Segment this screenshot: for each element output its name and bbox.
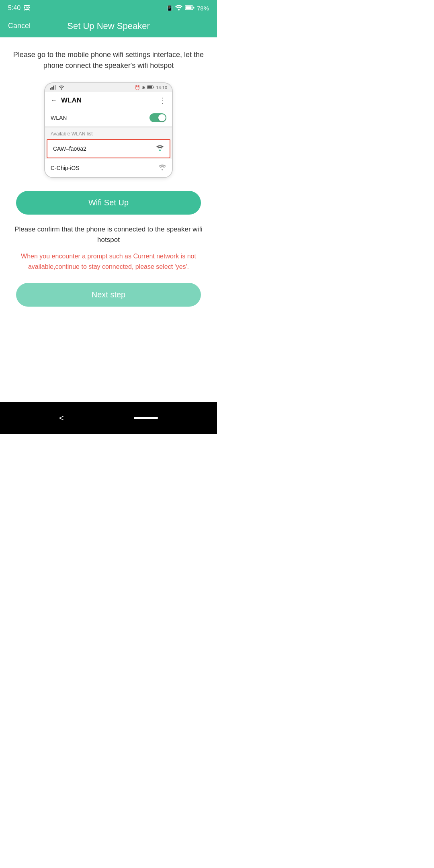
wlan-title: WLAN <box>61 96 82 104</box>
svg-rect-10 <box>147 86 152 88</box>
page-title: Set Up New Speaker <box>67 21 149 31</box>
phone-battery-icon <box>147 85 154 90</box>
status-bar: 5:40 🖼 📳 78% <box>0 0 217 16</box>
wlan-header: ← WLAN ⋮ <box>45 92 172 109</box>
wlan-menu-icon: ⋮ <box>159 96 166 105</box>
svg-point-8 <box>61 88 62 90</box>
confirm-text: Please confirm that the phone is connect… <box>12 224 205 245</box>
phone-wifi-icon <box>59 85 64 90</box>
bottom-nav: < <box>0 402 217 434</box>
wifi-name-1: CAW–fao6a2 <box>53 145 86 152</box>
status-right: 📳 78% <box>166 5 209 12</box>
svg-rect-2 <box>185 6 191 9</box>
photo-icon: 🖼 <box>24 4 30 12</box>
svg-rect-11 <box>154 87 154 88</box>
phone-status-icons <box>50 85 64 90</box>
wifi-name-2: C-Chip-iOS <box>51 165 80 171</box>
phone-bt-icon: ✱ <box>142 85 145 90</box>
vibrate-icon: 📳 <box>166 5 173 11</box>
back-button[interactable]: < <box>59 414 64 423</box>
svg-point-13 <box>162 169 163 170</box>
svg-rect-6 <box>53 86 54 90</box>
wifi-item-2: C-Chip-iOS <box>45 159 172 177</box>
wifi-setup-button[interactable]: Wifi Set Up <box>16 191 201 215</box>
phone-status-right: ⏰ ✱ 14:10 <box>135 85 167 90</box>
home-bar[interactable] <box>134 417 158 419</box>
next-step-button[interactable]: Next step <box>16 283 201 307</box>
cancel-button[interactable]: Cancel <box>8 22 31 30</box>
svg-point-12 <box>159 149 161 151</box>
battery-indicator <box>185 5 194 12</box>
wlan-back-icon: ← <box>51 97 57 104</box>
toggle-knob <box>158 114 166 121</box>
wifi-signal-icon-1 <box>156 145 164 153</box>
phone-signal-icon <box>50 85 57 90</box>
phone-mockup: ⏰ ✱ 14:10 ← WLAN ⋮ WLAN <box>44 82 173 178</box>
top-bar: Cancel Set Up New Speaker <box>0 16 217 37</box>
svg-rect-4 <box>50 88 51 90</box>
svg-point-0 <box>178 9 180 10</box>
main-content: Please go to the mobile phone wifi setti… <box>0 37 217 402</box>
phone-status-bar: ⏰ ✱ 14:10 <box>45 83 172 92</box>
wlan-toggle-label: WLAN <box>51 115 67 121</box>
svg-rect-5 <box>51 87 53 90</box>
wifi-item-1: CAW–fao6a2 <box>47 139 170 158</box>
battery-percent: 78% <box>197 5 209 12</box>
available-list-label: Available WLAN list <box>45 128 172 138</box>
instruction-text: Please go to the mobile phone wifi setti… <box>12 49 205 71</box>
warning-text: When you encounter a prompt such as Curr… <box>12 251 205 272</box>
svg-rect-3 <box>193 6 194 8</box>
wifi-icon <box>175 5 182 12</box>
wlan-toggle <box>149 113 166 122</box>
phone-time: 14:10 <box>156 85 167 90</box>
svg-rect-7 <box>55 85 56 90</box>
status-left: 5:40 🖼 <box>8 4 30 12</box>
wlan-toggle-row: WLAN <box>45 109 172 128</box>
phone-alarm-icon: ⏰ <box>135 85 140 90</box>
status-time: 5:40 <box>8 4 20 12</box>
wlan-title-group: ← WLAN <box>51 96 82 104</box>
wifi-signal-icon-2 <box>158 164 166 172</box>
